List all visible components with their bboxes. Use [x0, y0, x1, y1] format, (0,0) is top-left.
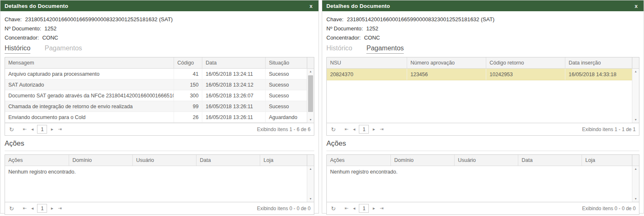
acoes-grid-header: Ações Domínio Usuário Data Loja [327, 155, 639, 166]
prev-page-icon[interactable]: ◂ [352, 205, 356, 211]
chave-value: 2318051420016600016659900008323001252518… [347, 16, 495, 22]
pagamentos-pager: ↻ ⇤ ◂ 1 ▸ ⇥ Exibindo itens 1 - 1 de 1 [327, 123, 639, 135]
last-page-icon[interactable]: ⇥ [379, 126, 384, 132]
cell-data-insercao: 16/05/2018 14:33:18 [565, 69, 632, 80]
first-page-icon[interactable]: ⇤ [344, 126, 349, 132]
refresh-icon[interactable]: ↻ [8, 126, 15, 133]
page-number[interactable]: 1 [359, 204, 369, 213]
window-title: Detalhes do Documento [326, 3, 390, 9]
scroll-down-icon[interactable]: ▾ [307, 117, 314, 123]
historico-grid-header: Mensagem Código Data Situação [5, 57, 314, 69]
next-page-icon[interactable]: ▸ [372, 126, 376, 132]
header-scrollbar-spacer [632, 57, 639, 68]
table-row[interactable]: Enviando documento para o Cold 26 16/05/… [5, 112, 307, 123]
refresh-icon[interactable]: ↻ [330, 205, 337, 212]
pagamentos-rows: 20824370 123456 10242953 16/05/2018 14:3… [327, 69, 632, 123]
scroll-up-icon[interactable]: ▴ [307, 166, 314, 172]
scroll-down-icon[interactable]: ▾ [632, 196, 639, 202]
acoes-heading: Ações [5, 139, 314, 151]
close-icon[interactable]: x [633, 2, 639, 10]
cell-situacao: Sucesso [265, 101, 307, 112]
cell-codigo-retorno: 10242953 [486, 69, 565, 80]
first-page-icon[interactable]: ⇤ [344, 205, 349, 211]
table-row[interactable]: SAT Autorizado 150 16/05/2018 13:24:12 S… [5, 79, 307, 90]
scroll-down-icon[interactable]: ▾ [632, 117, 639, 123]
last-page-icon[interactable]: ⇥ [379, 205, 384, 211]
vertical-scrollbar[interactable]: ▴ ▾ [632, 69, 639, 123]
column-header-dominio: Domínio [390, 155, 454, 166]
window-body: Chave:2318051420016600016659900008323001… [0, 11, 318, 215]
acoes-pager: ↻ ⇤ ◂ 1 ▸ ⇥ Exibindo itens 0 - 0 de 0 [327, 202, 639, 214]
header-scrollbar-spacer [632, 155, 639, 166]
cell-mensagem: Chamada de integração de retorno de envi… [5, 101, 174, 112]
numero-documento-line: Nº Documento:1252 [5, 25, 314, 32]
concentrador-line: Concentrador:CONC [5, 35, 314, 41]
historico-pager: ↻ ⇤ ◂ 1 ▸ ⇥ Exibindo itens 1 - 6 de 6 [5, 123, 314, 135]
first-page-icon[interactable]: ⇤ [22, 205, 27, 211]
last-page-icon[interactable]: ⇥ [57, 205, 62, 211]
next-page-icon[interactable]: ▸ [372, 205, 376, 211]
tab-historico[interactable]: Histórico [326, 45, 352, 54]
table-row-selected[interactable]: 20824370 123456 10242953 16/05/2018 14:3… [327, 69, 632, 80]
scroll-up-icon[interactable]: ▴ [632, 69, 639, 74]
refresh-icon[interactable]: ↻ [330, 126, 337, 133]
cell-situacao: Sucesso [265, 69, 307, 79]
table-row[interactable]: Arquivo capturado para processamento 41 … [5, 69, 307, 79]
column-header-codigo-retorno: Código retorno [486, 57, 565, 68]
window-body: Chave:2318051420016600016659900008323001… [322, 11, 644, 215]
acoes-rows: Nenhum registro encontrado. [327, 166, 632, 202]
page-number[interactable]: 1 [37, 125, 47, 134]
window-titlebar: Detalhes do Documento x [0, 0, 318, 11]
chave-line: Chave:2318051420016600016659900008323001… [326, 16, 639, 22]
tab-strip: Histórico Pagamentos [5, 45, 314, 54]
column-header-numero-aprovacao: Número aprovação [407, 57, 486, 68]
cell-situacao: Sucesso [265, 90, 307, 101]
concentrador-label: Concentrador: [5, 35, 39, 41]
acoes-grid-body: Nenhum registro encontrado. ▴ ▾ [5, 166, 314, 202]
prev-page-icon[interactable]: ◂ [30, 205, 35, 211]
empty-message: Nenhum registro encontrado. [327, 166, 632, 178]
vertical-scrollbar[interactable]: ▴ ▾ [307, 69, 314, 123]
tab-pagamentos[interactable]: Pagamentos [366, 45, 404, 54]
table-row[interactable]: Documento SAT gerado através da NFCe 231… [5, 90, 307, 101]
cell-codigo: 41 [174, 69, 202, 79]
vertical-scrollbar[interactable]: ▴ ▾ [632, 166, 639, 202]
cell-mensagem: Documento SAT gerado através da NFCe 231… [5, 90, 174, 101]
prev-page-icon[interactable]: ◂ [30, 126, 35, 132]
cell-mensagem: Arquivo capturado para processamento [5, 69, 174, 79]
prev-page-icon[interactable]: ◂ [352, 126, 356, 132]
column-header-data-insercao: Data inserção [565, 57, 632, 68]
dual-dialog-stage: Detalhes do Documento x Chave:2318051420… [0, 0, 644, 214]
vertical-scrollbar[interactable]: ▴ ▾ [307, 166, 314, 202]
page-number[interactable]: 1 [37, 204, 47, 213]
scrollbar-thumb[interactable] [308, 75, 313, 112]
refresh-icon[interactable]: ↻ [8, 205, 15, 212]
last-page-icon[interactable]: ⇥ [57, 126, 62, 132]
column-header-acoes: Ações [327, 155, 390, 166]
numero-documento-label: Nº Documento: [5, 25, 41, 32]
cell-data: 16/05/2018 13:24:11 [202, 69, 265, 79]
concentrador-label: Concentrador: [326, 35, 361, 41]
acoes-heading: Ações [326, 139, 639, 151]
document-details-window-historico: Detalhes do Documento x Chave:2318051420… [0, 0, 319, 214]
column-header-data: Data [196, 155, 260, 166]
scroll-down-icon[interactable]: ▾ [307, 196, 314, 202]
pagamentos-grid-header: NSU Número aprovação Código retorno Data… [327, 57, 639, 69]
scroll-up-icon[interactable]: ▴ [632, 166, 639, 172]
cell-mensagem: Enviando documento para o Cold [5, 112, 174, 122]
column-header-acoes: Ações [5, 155, 69, 166]
table-row[interactable]: Chamada de integração de retorno de envi… [5, 101, 307, 112]
next-page-icon[interactable]: ▸ [50, 126, 54, 132]
next-page-icon[interactable]: ▸ [50, 205, 54, 211]
tab-pagamentos[interactable]: Pagamentos [45, 45, 82, 54]
page-number[interactable]: 1 [359, 125, 369, 134]
pager-status: Exibindo itens 0 - 0 de 0 [257, 206, 311, 211]
window-title: Detalhes do Documento [5, 3, 68, 9]
numero-documento-value: 1252 [366, 25, 378, 32]
chave-value: 2318051420016600016659900008323001252518… [25, 16, 173, 22]
close-icon[interactable]: x [308, 2, 314, 10]
first-page-icon[interactable]: ⇤ [22, 126, 27, 132]
pagamentos-grid: NSU Número aprovação Código retorno Data… [326, 57, 639, 136]
scroll-up-icon[interactable]: ▴ [307, 69, 314, 74]
tab-historico[interactable]: Histórico [5, 45, 30, 54]
